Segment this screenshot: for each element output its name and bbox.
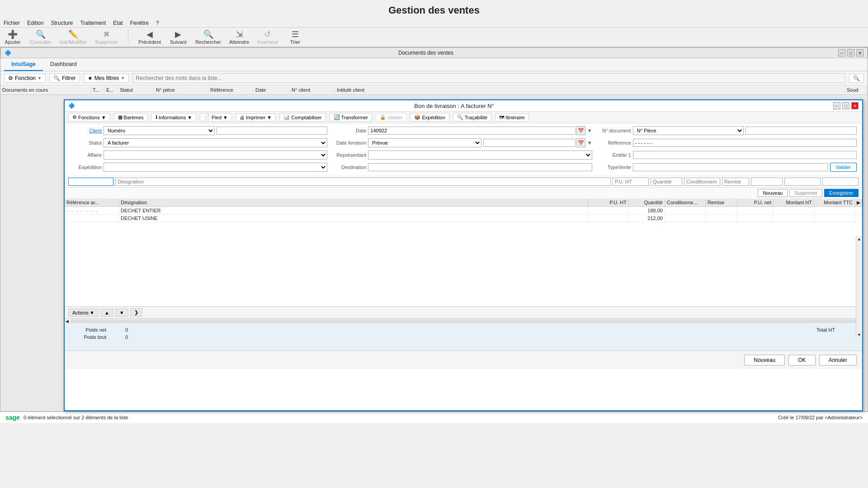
menu-edition[interactable]: Edition <box>27 20 44 26</box>
valider-toolbar-button[interactable]: 🔒 Valider <box>376 113 406 122</box>
client-input[interactable] <box>217 127 328 135</box>
mes-filtres-button[interactable]: ★ Mes filtres ▼ <box>84 74 129 83</box>
footer-nouveau-button[interactable]: Nouveau <box>744 355 785 366</box>
line-des-input[interactable] <box>115 178 611 186</box>
destination-input[interactable] <box>368 163 592 171</box>
livraison-date-input[interactable] <box>483 139 576 147</box>
action-up-button[interactable]: ▲ <box>100 309 113 317</box>
add-button[interactable]: ➕ Ajouter <box>4 29 22 45</box>
col-header-nclient: N° client <box>290 86 335 94</box>
line-cond-input[interactable] <box>684 178 720 186</box>
line-punet-input[interactable] <box>751 178 783 186</box>
affaire-row: Affaire <box>70 150 327 160</box>
client-label[interactable]: Client <box>70 128 102 133</box>
statut-select[interactable]: A facturer <box>104 138 327 147</box>
livraison-calendar-icon[interactable]: 📅 <box>576 138 585 147</box>
informations-button[interactable]: ℹ Informations ▼ <box>151 113 196 122</box>
doc-ventes-title: Documents des ventes <box>14 50 838 56</box>
search-input[interactable] <box>132 73 845 83</box>
livraison-date-field: 📅 ▼ <box>483 138 592 147</box>
tab-intuisage[interactable]: IntuiSage <box>4 58 43 71</box>
destination-row: Destination <box>335 163 592 172</box>
entete1-label: Entête 1 <box>599 152 631 158</box>
menu-fichier[interactable]: Fichier <box>4 20 20 26</box>
ndoc-input[interactable] <box>745 127 857 135</box>
menu-help[interactable]: ? <box>156 20 159 26</box>
tracabilite-button[interactable]: 🔍 Traçabilité <box>453 113 491 122</box>
statut-row: Statut A facturer <box>70 138 327 147</box>
baremes-button[interactable]: ▦ Barèmes <box>114 113 148 122</box>
line-enregistrer-button[interactable]: Enregistrer <box>824 189 859 197</box>
line-mht-input[interactable] <box>784 178 821 186</box>
modal-minimize-button[interactable]: ─ <box>833 102 840 109</box>
filtrer-button[interactable]: 🔍 Filtrer <box>49 74 80 83</box>
fonction-button[interactable]: ⚙ Fonction ▼ <box>4 74 46 83</box>
baremes-icon: ▦ <box>118 114 123 120</box>
line-cell-mttc <box>814 215 855 222</box>
close-button[interactable]: ✕ <box>856 49 863 56</box>
search-submit-button[interactable]: 🔍 <box>849 74 864 83</box>
tab-dashboard[interactable]: Dashboard <box>43 58 84 71</box>
expedition-label: Expédition <box>70 164 102 170</box>
lines-scroll[interactable]: - - - - - - - DECHET ENTIER 188,00 <box>65 207 862 306</box>
sort-button[interactable]: ☰ Trier <box>286 29 304 45</box>
expedition-button[interactable]: 📦 Expédition <box>410 113 449 122</box>
table-row[interactable]: DECHET USINE 212,00 <box>65 215 862 222</box>
menu-etat[interactable]: Etat <box>113 20 123 26</box>
vertical-scrollbar[interactable]: ▲ ▼ <box>856 236 862 338</box>
menu-fenetre[interactable]: Fenêtre <box>130 20 149 26</box>
itineraire-button[interactable]: 🗺 Itinéraire <box>495 113 529 122</box>
horizontal-scrollbar[interactable]: ◀ ▶ <box>65 318 862 324</box>
inverseur-button[interactable]: ↺ Inverseur <box>257 29 278 45</box>
inverseur-label: Inverseur <box>257 39 278 45</box>
footer-ok-button[interactable]: OK <box>788 355 815 366</box>
edit-button[interactable]: ✏️ Voir/Modifier <box>59 29 87 45</box>
line-puht-input[interactable] <box>613 178 649 186</box>
actions-button[interactable]: Actions ▼ <box>68 309 99 317</box>
action-down-button[interactable]: ▼ <box>115 309 128 317</box>
transformer-button[interactable]: 🔄 Transformer <box>330 113 373 122</box>
maximize-button[interactable]: □ <box>847 49 854 56</box>
modal-close-button[interactable]: ✕ <box>851 102 859 109</box>
line-col-cond: Conditionne... <box>665 199 706 206</box>
menu-structure[interactable]: Structure <box>51 20 73 26</box>
line-mttc-input[interactable] <box>822 178 859 186</box>
line-rem-input[interactable] <box>722 178 749 186</box>
modal-toolbar: ⚙ Fonctions ▼ ▦ Barèmes ℹ Informations ▼ <box>65 112 862 123</box>
line-ref-input[interactable] <box>68 178 113 186</box>
search-button[interactable]: 🔍 Rechercher <box>195 29 221 45</box>
modal-maximize-button[interactable]: □ <box>842 102 849 109</box>
goto-button[interactable]: ⇲ Atteindre <box>229 29 249 45</box>
entete1-input[interactable] <box>633 151 857 159</box>
action-expand-button[interactable]: ❯ <box>130 308 142 317</box>
reference-input[interactable] <box>633 139 857 147</box>
affaire-select[interactable] <box>104 150 327 160</box>
imprimer-button[interactable]: 🖨 Imprimer ▼ <box>236 113 276 122</box>
line-supprimer-button[interactable]: Supprimer <box>789 189 822 197</box>
line-nouveau-button[interactable]: Nouveau <box>758 189 788 197</box>
typevente-input[interactable] <box>633 163 828 171</box>
menu-traitement[interactable]: Traitement <box>80 20 106 26</box>
search-icon: 🔍 <box>203 29 213 39</box>
delete-button[interactable]: ✖ Supprimer <box>95 29 118 45</box>
prev-button[interactable]: ◀ Précédent <box>138 29 161 45</box>
expedition-select[interactable] <box>104 163 327 172</box>
table-row[interactable]: - - - - - - - DECHET ENTIER 188,00 <box>65 207 862 215</box>
date-input[interactable] <box>368 127 575 135</box>
representant-select[interactable] <box>368 150 592 160</box>
ndoc-select[interactable]: N° Pièce <box>633 126 744 135</box>
next-button[interactable]: ▶ Suivant <box>169 29 187 45</box>
minimize-button[interactable]: ─ <box>838 49 845 56</box>
valider-button[interactable]: Valider <box>830 163 857 172</box>
fonctions-icon: ⚙ <box>72 114 77 120</box>
comptabiliser-button[interactable]: 📊 Comptabiliser <box>279 113 326 122</box>
pied-button[interactable]: 📄 Pied ▼ <box>200 113 232 122</box>
edit-label: Voir/Modifier <box>59 39 87 45</box>
client-select[interactable]: Numéro <box>104 126 215 135</box>
footer-annuler-button[interactable]: Annuler <box>819 355 857 366</box>
line-qte-input[interactable] <box>651 178 682 186</box>
date-livraison-select[interactable]: Prévue <box>368 138 481 147</box>
fonctions-button[interactable]: ⚙ Fonctions ▼ <box>68 113 110 122</box>
calendar-icon[interactable]: 📅 <box>576 126 585 135</box>
consult-button[interactable]: 🔍 Consulter <box>30 29 51 45</box>
